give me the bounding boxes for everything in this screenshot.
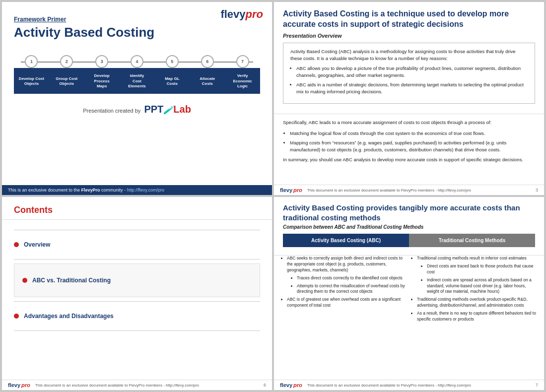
divider-4 (14, 330, 260, 331)
trad-bullet-4: Traditional costing methods overlook pro… (417, 297, 537, 309)
slide4-footer: flevypro This document is an exclusive d… (274, 380, 544, 390)
pptlab-logo: PPT🧪Lab (144, 104, 191, 115)
slide4-footer-logo: flevypro This document is an exclusive d… (280, 382, 471, 388)
abc-bullets: ABC seeks to correctly assign both direc… (287, 256, 407, 309)
trad-bullet-3: Indirect costs are spread across all pro… (427, 277, 537, 295)
slide1-content: flevypro Framework Primer Activity Based… (2, 2, 272, 185)
step-label-7: VerifyEconomicLogic (225, 68, 260, 94)
slide2-footer: flevypro This document is an exclusive d… (274, 185, 544, 195)
slide4-title: Activity Based Costing provides tangibly… (283, 203, 535, 222)
trad-col: Traditional costing methods result in in… (411, 256, 537, 325)
step-label-2: Group CostObjects (49, 68, 84, 94)
step-number-4: 4 (131, 55, 143, 68)
step-number-5: 5 (166, 55, 179, 68)
slide4-page: 7 (536, 383, 538, 388)
slide4-footer-text: This document is an exclusive document a… (307, 383, 471, 388)
dot-2 (22, 278, 27, 283)
slide1-footer-link: http://flevy.com/pro (127, 188, 164, 193)
logo-pro: pro (246, 8, 263, 20)
step-col-7: 7 VerifyEconomicLogic (225, 55, 260, 94)
divider-3 (14, 301, 260, 302)
trad-header: Traditional Costing Methods (409, 234, 535, 247)
abc-bullet-2: Traces direct costs correctly to the ide… (297, 275, 407, 281)
slide3-page: 6 (264, 383, 266, 388)
slide2-body-bullet-1: Matching the logical flow of costs throu… (290, 130, 535, 137)
steps-circles-row: 1 Develop CostObjects 2 Group CostObject… (14, 55, 260, 94)
slide4-header: Activity Based Costing provides tangibly… (274, 197, 544, 256)
slide3-footer-text: This document is an exclusive document a… (35, 383, 199, 388)
contents-label-1: Overview (24, 241, 50, 248)
slide3-header: Contents (2, 197, 272, 220)
trad-bullet-1: Traditional costing methods result in in… (417, 256, 537, 261)
step-number-6: 6 (201, 55, 214, 68)
dot-1 (14, 242, 19, 247)
step-number-3: 3 (95, 55, 108, 68)
lab-text: Lab (173, 104, 191, 115)
divider-2 (14, 259, 260, 260)
slide2-footer-text: This document is an exclusive document a… (307, 188, 471, 193)
slide-3: Contents Overview ABC vs. Traditional Co… (2, 197, 272, 390)
slide2-box-intro: Activity Based Costing (ABC) analysis is… (290, 48, 528, 63)
slide2-summary: In summary, you should use ABC analysis … (283, 156, 535, 163)
contents-label-3: Advantages and Disadvantages (24, 313, 114, 320)
abc-bullet-4: ABC is of greatest use when overhead cos… (287, 297, 407, 309)
footer-flevy: flevy (280, 187, 292, 193)
step-label-3: DevelopProcessMaps (84, 68, 120, 94)
slide2-body-para1: Specifically, ABC leads to a more accura… (283, 119, 535, 126)
abc-bullet-1: ABC seeks to correctly assign both direc… (287, 256, 407, 273)
slide3-footer-logo: flevypro This document is an exclusive d… (8, 382, 199, 388)
slide1-title: Activity Based Costing (14, 25, 260, 40)
step-label-5: Map GLCosts (154, 68, 190, 94)
slide3-title: Contents (14, 205, 260, 215)
abc-bullet-3: Attempts to correct the misallocation of… (297, 283, 407, 295)
slide2-page: 3 (536, 188, 538, 193)
step-col-2: 2 Group CostObjects (49, 55, 84, 94)
step-number-7: 7 (236, 55, 249, 68)
contents-label-2: ABC vs. Traditional Costing (32, 277, 111, 284)
comp-content: ABC seeks to correctly assign both direc… (281, 256, 537, 325)
slide3-footer-flevy: flevy (8, 382, 20, 388)
trad-bullets: Traditional costing methods result in in… (417, 256, 537, 323)
created-by-label: Presentation created by (83, 108, 140, 114)
step-number-2: 2 (60, 55, 73, 68)
slide4-footer-pro: pro (293, 382, 302, 388)
slide2-box-bullet-2: ABC aids in a number of strategic decisi… (296, 81, 528, 96)
contents-item-1: Overview (14, 234, 260, 255)
slide4-footer-flevy: flevy (280, 382, 292, 388)
step-label-1: Develop CostObjects (14, 68, 49, 94)
slide4-subtitle: Comparison between ABC and Traditional C… (283, 224, 535, 230)
dot-3 (14, 314, 19, 319)
slide2-box-bullet-1: ABC allows you to develop a picture of t… (296, 65, 528, 79)
step-number-1: 1 (25, 55, 38, 68)
trad-bullet-2: Direct costs are traced back to those pr… (427, 263, 537, 275)
step-col-6: 6 AllocateCosts (190, 55, 225, 94)
slide1-pptlab: Presentation created by PPT🧪Lab (14, 104, 260, 115)
slide-1: flevypro Framework Primer Activity Based… (2, 2, 272, 195)
slide2-subtitle: Presentation Overview (283, 33, 535, 39)
slide3-body: Overview ABC vs. Traditional Costing Adv… (2, 220, 272, 380)
comparison-table-headers: Activity Based Costing (ABC) Traditional… (283, 234, 535, 247)
ppt-text: PPT (144, 104, 163, 115)
contents-item-3: Advantages and Disadvantages (14, 306, 260, 327)
logo-flevy: flevy (220, 8, 245, 20)
slide-2: Activity Based Costing is a technique us… (274, 2, 544, 195)
slide1-footer-text: This is an exclusive document to the Fle… (8, 188, 164, 193)
slide2-header: Activity Based Costing is a technique us… (274, 2, 544, 114)
step-col-4: 4 IdentifyCostElements (120, 55, 155, 94)
abc-col: ABC seeks to correctly assign both direc… (281, 256, 407, 325)
step-col-3: 3 DevelopProcessMaps (84, 55, 120, 94)
slide2-box-bullets: ABC allows you to develop a picture of t… (296, 65, 528, 95)
step-col-5: 5 Map GLCosts (154, 55, 190, 94)
abc-header: Activity Based Costing (ABC) (283, 234, 409, 247)
slide4-body: ABC seeks to correctly assign both direc… (274, 256, 544, 380)
slide2-title: Activity Based Costing is a technique us… (283, 9, 535, 30)
step-label-6: AllocateCosts (190, 68, 225, 94)
flask-icon: 🧪 (163, 106, 173, 114)
steps-wrapper: 1 Develop CostObjects 2 Group CostObject… (14, 55, 260, 94)
step-col-1: 1 Develop CostObjects (14, 55, 49, 94)
contents-item-2: ABC vs. Traditional Costing (22, 270, 252, 291)
slide2-body: Specifically, ABC leads to a more accura… (274, 114, 544, 185)
contents-item-box-2: ABC vs. Traditional Costing (14, 263, 260, 297)
slide3-footer-pro: pro (21, 382, 30, 388)
divider-1 (14, 230, 260, 230)
